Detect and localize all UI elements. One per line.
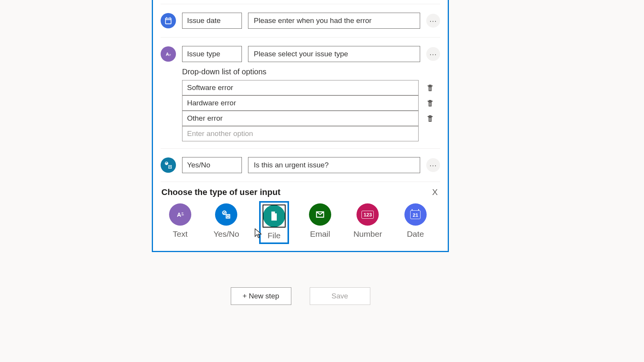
input-type-number[interactable]: 123 Number	[351, 201, 384, 244]
type-label: File	[268, 231, 281, 240]
type-label: Email	[310, 229, 330, 239]
type-label: Yes/No	[214, 229, 239, 239]
delete-option-icon[interactable]	[426, 114, 435, 123]
dropdown-option-add[interactable]	[182, 126, 419, 141]
ellipsis-icon: ···	[429, 50, 437, 58]
input-description-field[interactable]	[248, 46, 420, 62]
input-row-yesno: ···	[161, 149, 440, 182]
input-type-file[interactable]: File	[259, 201, 289, 244]
input-type-chooser: Choose the type of user input X Text Yes…	[153, 182, 448, 251]
input-name-field[interactable]	[182, 46, 242, 62]
date-icon	[161, 13, 176, 28]
dropdown-option-input[interactable]	[182, 111, 419, 126]
text-type-icon	[169, 203, 191, 226]
dropdown-option-input[interactable]	[182, 95, 419, 111]
dropdown-option-input[interactable]	[182, 80, 419, 95]
date-glyph: 21	[410, 210, 420, 219]
dropdown-options-list	[182, 80, 419, 141]
input-name-field[interactable]	[182, 13, 242, 29]
input-type-text[interactable]: Text	[167, 201, 194, 244]
email-type-icon	[309, 203, 331, 226]
delete-option-icon[interactable]	[426, 83, 435, 92]
date-type-icon: 21	[404, 203, 427, 226]
input-row-date: ···	[161, 4, 440, 37]
input-description-field[interactable]	[248, 157, 420, 173]
save-button[interactable]: Save	[310, 287, 370, 305]
input-type-yesno[interactable]: Yes/No	[211, 201, 242, 244]
chooser-title: Choose the type of user input	[161, 187, 439, 197]
trigger-inputs-card: ··· ··· Drop-down list of options	[152, 0, 449, 252]
new-step-button[interactable]: + New step	[231, 287, 291, 305]
type-label: Date	[407, 229, 424, 239]
row-menu-button[interactable]: ···	[426, 14, 440, 28]
ellipsis-icon: ···	[429, 17, 437, 25]
type-label: Number	[353, 229, 382, 239]
yesno-icon	[161, 157, 176, 173]
input-description-field[interactable]	[248, 13, 420, 29]
input-row-type: ···	[161, 38, 440, 66]
number-glyph: 123	[361, 211, 374, 219]
input-type-date[interactable]: 21 Date	[402, 201, 429, 244]
row-menu-button[interactable]: ···	[426, 47, 440, 61]
ellipsis-icon: ···	[429, 161, 437, 169]
flow-actions: + New step Save	[152, 287, 449, 305]
type-label: Text	[173, 229, 188, 239]
input-type-email[interactable]: Email	[307, 201, 334, 244]
number-type-icon: 123	[356, 203, 379, 226]
text-icon	[161, 46, 176, 62]
yesno-type-icon	[215, 203, 237, 226]
input-name-field[interactable]	[182, 157, 242, 173]
input-type-list: Text Yes/No File Email	[161, 201, 439, 244]
file-type-icon	[263, 205, 285, 227]
chooser-close-button[interactable]: X	[432, 187, 438, 197]
dropdown-options-label: Drop-down list of options	[182, 67, 440, 76]
delete-option-icon[interactable]	[426, 98, 435, 108]
row-menu-button[interactable]: ···	[426, 158, 440, 172]
